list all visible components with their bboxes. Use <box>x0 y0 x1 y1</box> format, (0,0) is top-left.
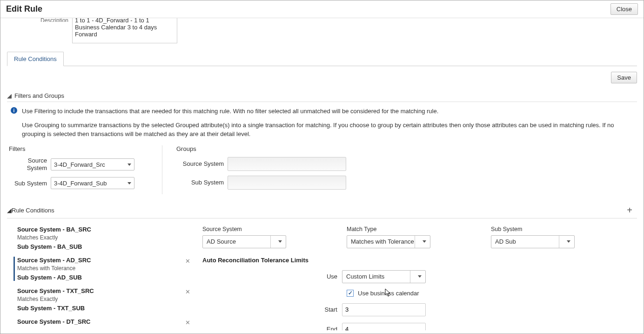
condition-matchtype: Matches with Tolerance <box>17 265 202 272</box>
filters-groups-body: Filters Source System 3-4D_Forward_Src S… <box>7 141 637 203</box>
start-input[interactable] <box>342 303 426 316</box>
chevron-down-icon <box>418 275 422 278</box>
tolerance-title: Auto Reconciliation Tolerance Limits <box>202 257 632 264</box>
detail-source-select[interactable]: AD Source <box>202 235 286 248</box>
filters-groups-title: Filters and Groups <box>14 92 64 99</box>
source-system-filter-value: 3-4D_Forward_Src <box>54 161 105 168</box>
collapse-icon: ◢ <box>7 92 12 99</box>
condition-source: Source System - DT_SRC <box>17 318 202 325</box>
condition-matchtype: Matches Exactly <box>17 296 202 302</box>
group-sub-label: Sub System <box>176 179 228 186</box>
use-label: Use <box>202 273 342 280</box>
chevron-down-icon <box>278 240 282 243</box>
start-label: Start <box>202 306 342 313</box>
condition-item[interactable]: Source System - AD_SRC Matches with Tole… <box>13 257 202 281</box>
use-value: Custom Limits <box>346 273 384 280</box>
condition-item[interactable]: Source System - BA_SRC Matches Exactly S… <box>13 226 202 250</box>
group-source-input[interactable] <box>228 157 346 171</box>
description-row: Description <box>7 18 637 43</box>
chevron-down-icon <box>567 240 570 243</box>
rule-conditions-title: Rule Conditions <box>12 207 54 214</box>
add-condition-button[interactable]: + <box>624 205 635 216</box>
dialog-header: Edit Rule Close <box>0 0 644 18</box>
condition-sub: Sub System - TXT_SUB <box>17 305 202 312</box>
remove-condition-icon[interactable]: ✕ <box>185 288 190 295</box>
detail-source-label: Source System <box>202 226 286 232</box>
detail-sub-select[interactable]: AD Sub <box>491 235 575 248</box>
condition-source: Source System - BA_SRC <box>17 226 202 233</box>
rule-conditions-toggle[interactable]: ◢ Rule Conditions <box>7 207 54 214</box>
detail-source-value: AD Source <box>207 238 236 245</box>
info-icon: i <box>11 107 17 114</box>
sub-system-label: Sub System <box>9 180 51 187</box>
condition-source: Source System - TXT_SRC <box>17 287 202 294</box>
tab-rule-conditions[interactable]: Rule Conditions <box>7 52 64 66</box>
use-select[interactable]: Custom Limits <box>342 270 426 283</box>
detail-match-select[interactable]: Matches with Tolerance <box>347 235 430 248</box>
description-input[interactable] <box>72 18 177 43</box>
detail-sub-label: Sub System <box>491 226 575 232</box>
condition-sub: Sub System - BA_SUB <box>17 243 202 250</box>
rule-conditions-header: ◢ Rule Conditions + <box>7 203 637 218</box>
source-system-filter-select[interactable]: 3-4D_Forward_Src <box>51 158 134 170</box>
save-button[interactable]: Save <box>611 72 637 83</box>
condition-item[interactable]: Source System - TXT_SRC Matches Exactly … <box>13 287 202 312</box>
edit-rule-dialog: Edit Rule Close Description Rule Conditi… <box>0 0 644 334</box>
sub-system-filter-value: 3-4D_Forward_Sub <box>54 180 107 187</box>
info-line1: Use Filtering to include the transaction… <box>22 107 635 116</box>
group-sub-input[interactable] <box>228 176 346 190</box>
save-toolbar: Save <box>7 72 637 83</box>
groups-column: Groups Source System Sub System <box>162 145 346 194</box>
condition-source: Source System - AD_SRC <box>17 257 202 264</box>
condition-detail: Source System AD Source Match Type Match… <box>202 226 637 331</box>
detail-match-label: Match Type <box>347 226 430 232</box>
dialog-title: Edit Rule <box>6 4 42 14</box>
description-label: Description <box>7 18 72 22</box>
chevron-down-icon <box>127 182 131 184</box>
groups-title: Groups <box>176 145 346 152</box>
use-business-calendar-checkbox[interactable]: ✓ <box>347 290 354 297</box>
info-block: i Use Filtering to include the transacti… <box>7 102 637 141</box>
detail-match-value: Matches with Tolerance <box>351 238 414 245</box>
sub-system-filter-select[interactable]: 3-4D_Forward_Sub <box>51 177 134 189</box>
info-text: Use Filtering to include the transaction… <box>22 107 635 139</box>
end-label: End <box>202 326 342 330</box>
chevron-down-icon <box>127 164 131 166</box>
conditions-list: Source System - BA_SRC Matches Exactly S… <box>7 226 202 331</box>
chevron-down-icon <box>423 240 426 243</box>
info-line2: Use Grouping to summarize transactions b… <box>22 121 635 139</box>
dialog-content[interactable]: Description Rule Conditions Save ◢ Filte… <box>0 18 644 330</box>
source-system-label: Source System <box>9 157 51 173</box>
filters-column: Filters Source System 3-4D_Forward_Src S… <box>9 145 162 194</box>
tabs: Rule Conditions <box>7 52 637 66</box>
remove-condition-icon[interactable]: ✕ <box>185 319 190 326</box>
use-business-calendar-label: Use business calendar <box>358 290 419 297</box>
group-source-label: Source System <box>176 160 228 167</box>
condition-matchtype: Matches Exactly <box>17 234 202 241</box>
detail-sub-value: AD Sub <box>495 238 516 245</box>
collapse-icon: ◢ <box>7 207 12 214</box>
remove-condition-icon[interactable]: ✕ <box>185 258 190 265</box>
condition-item[interactable]: Source System - DT_SRC <box>13 318 202 325</box>
end-input[interactable] <box>342 323 426 331</box>
conditions-body: Source System - BA_SRC Matches Exactly S… <box>7 218 637 331</box>
filters-groups-header[interactable]: ◢ Filters and Groups <box>7 90 637 102</box>
close-button[interactable]: Close <box>610 3 638 15</box>
filters-title: Filters <box>9 145 153 152</box>
condition-sub: Sub System - AD_SUB <box>17 274 202 281</box>
